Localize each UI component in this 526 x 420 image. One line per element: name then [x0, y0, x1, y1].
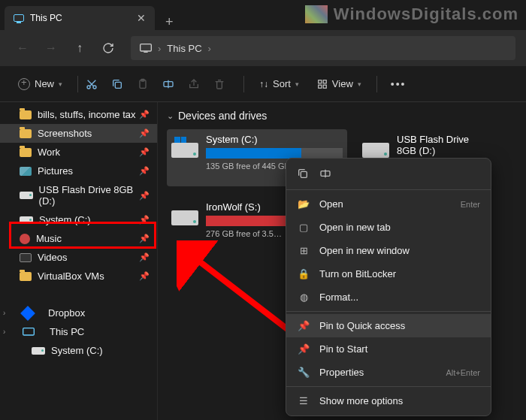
pin-icon: 📌: [139, 271, 150, 281]
plus-circle-icon: [18, 78, 30, 90]
sort-button[interactable]: ↑↓ Sort ▾: [252, 74, 307, 94]
window-icon: ⊞: [297, 245, 310, 256]
ctx-pin-quick-access[interactable]: 📌Pin to Quick access: [286, 314, 491, 337]
view-button[interactable]: View ▾: [310, 74, 369, 94]
sidebar-item-label: Work: [38, 147, 60, 158]
more-icon: ☰: [297, 395, 310, 406]
drive-name: System (C:): [206, 134, 343, 145]
rename-button[interactable]: [162, 78, 185, 90]
drive-name: USB Flash Drive 8GB (D:): [397, 134, 488, 156]
sidebar-item-usb[interactable]: USB Flash Drive 8GB (D:)📌: [0, 180, 157, 210]
sidebar-item-videos[interactable]: Videos📌: [0, 248, 157, 267]
view-icon: [317, 79, 328, 89]
sidebar-item-label: Music: [36, 233, 62, 244]
ctx-label: Pin to Quick access: [319, 320, 405, 331]
pin-icon: 📌: [139, 147, 150, 157]
watermark-text: WindowsDigitals.com: [334, 5, 518, 24]
ctx-label: Show more options: [319, 395, 403, 406]
ctx-label: Open in new window: [319, 245, 410, 256]
chevron-down-icon: ⌄: [167, 111, 174, 121]
sidebar-item-bills[interactable]: bills, stuffs, income tax📌: [0, 105, 157, 124]
folder-icon: [20, 272, 32, 281]
ctx-pin-start[interactable]: 📌Pin to Start: [286, 337, 491, 361]
ctx-open-new-tab[interactable]: ▢Open in new tab: [286, 216, 491, 239]
sidebar-item-virtualbox[interactable]: VirtualBox VMs📌: [0, 267, 157, 286]
cut-button[interactable]: [86, 78, 108, 90]
back-button[interactable]: ←: [11, 36, 35, 60]
drive-icon: [32, 347, 45, 355]
sidebar-item-dropbox[interactable]: ›Dropbox: [0, 304, 157, 322]
toolbar: New ▾ ↑↓ Sort ▾ View ▾ •••: [0, 66, 526, 102]
new-button[interactable]: New ▾: [11, 74, 70, 95]
sidebar-item-system-c-2[interactable]: System (C:): [0, 341, 157, 360]
refresh-button[interactable]: [96, 36, 120, 60]
drive-icon: [171, 137, 198, 158]
pin-icon: 📌: [297, 320, 310, 331]
pin-icon: 📌: [139, 128, 150, 138]
ctx-label: Open in new tab: [319, 222, 391, 233]
watermark-logo: [305, 5, 328, 23]
ctx-rename-button[interactable]: [319, 168, 334, 180]
sidebar-item-music[interactable]: Music📌: [0, 229, 157, 248]
tab-title: This PC: [30, 13, 62, 23]
sidebar-item-screenshots[interactable]: Screenshots📌: [0, 124, 157, 143]
ctx-open[interactable]: 📂OpenEnter: [286, 192, 491, 216]
breadcrumb[interactable]: This PC: [167, 43, 201, 54]
ctx-label: Turn on BitLocker: [319, 268, 396, 279]
tab-this-pc[interactable]: This PC ✕: [5, 6, 155, 30]
pin-icon: 📌: [297, 343, 310, 355]
section-header[interactable]: ⌄ Devices and drives: [161, 105, 526, 126]
chevron-right-icon: ›: [208, 43, 211, 54]
sidebar-item-label: USB Flash Drive 8GB (D:): [39, 184, 150, 207]
svg-rect-6: [115, 82, 121, 88]
new-tab-button[interactable]: +: [155, 14, 184, 30]
videos-icon: [20, 253, 32, 262]
ctx-label: Properties: [319, 367, 364, 378]
watermark: WindowsDigitals.com: [305, 5, 518, 24]
more-button[interactable]: •••: [385, 78, 413, 90]
folder-icon: [20, 129, 32, 138]
svg-rect-13: [319, 85, 322, 88]
sidebar-item-label: Screenshots: [38, 128, 92, 139]
sidebar-item-this-pc[interactable]: ›This PC: [0, 322, 157, 341]
wrench-icon: 🔧: [297, 367, 310, 378]
ctx-show-more[interactable]: ☰Show more options: [286, 389, 491, 412]
sidebar-item-work[interactable]: Work📌: [0, 143, 157, 162]
ctx-bitlocker[interactable]: 🔒Turn on BitLocker: [286, 262, 491, 286]
pin-icon: 📌: [139, 234, 150, 243]
ctx-label: Pin to Start: [319, 343, 367, 355]
chevron-down-icon: ▾: [358, 80, 361, 88]
ctx-copy-button[interactable]: [297, 168, 312, 180]
sidebar-item-label: System (C:): [39, 214, 91, 225]
sidebar-item-system-c[interactable]: System (C:)📌: [0, 210, 157, 229]
svg-rect-17: [301, 171, 307, 177]
svg-rect-15: [23, 328, 35, 334]
delete-button[interactable]: [213, 78, 236, 90]
sidebar-item-label: Dropbox: [48, 307, 85, 319]
forward-button[interactable]: →: [39, 36, 63, 60]
sidebar-item-pictures[interactable]: Pictures📌: [0, 162, 157, 180]
pin-icon: 📌: [139, 215, 150, 225]
context-menu: 📂OpenEnter ▢Open in new tab ⊞Open in new…: [286, 158, 491, 416]
sort-label: Sort: [273, 78, 291, 89]
pc-icon: [23, 328, 35, 337]
ctx-shortcut: Enter: [461, 200, 480, 209]
chevron-down-icon: ▾: [295, 80, 299, 88]
ctx-properties[interactable]: 🔧PropertiesAlt+Enter: [286, 361, 491, 384]
new-label: New: [35, 78, 54, 89]
separator: [286, 189, 491, 190]
pin-icon: 📌: [139, 166, 150, 176]
chevron-right-icon: ›: [158, 43, 161, 54]
up-button[interactable]: ↑: [68, 36, 92, 60]
address-bar[interactable]: › This PC ›: [131, 36, 515, 60]
dropbox-icon: [20, 306, 35, 321]
close-icon[interactable]: ✕: [137, 12, 146, 24]
disk-icon: ◍: [297, 292, 310, 303]
paste-button[interactable]: [137, 78, 159, 90]
sidebar-item-label: This PC: [50, 326, 84, 337]
ctx-format[interactable]: ◍Format...: [286, 286, 491, 309]
separator: [243, 76, 244, 92]
share-button[interactable]: [188, 78, 210, 90]
ctx-open-new-window[interactable]: ⊞Open in new window: [286, 239, 491, 262]
copy-button[interactable]: [111, 78, 134, 90]
